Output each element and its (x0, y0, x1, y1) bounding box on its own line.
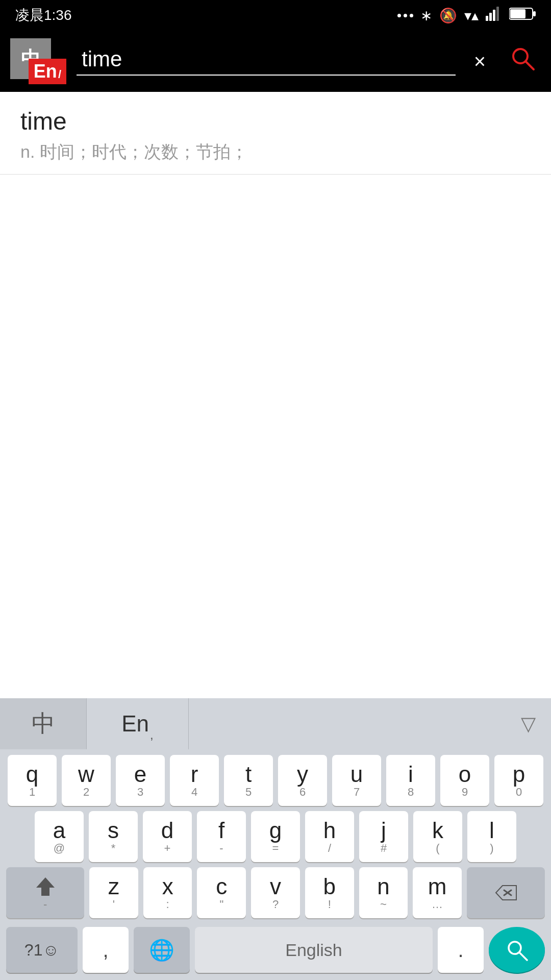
result-area: time n. 时间；时代；次数；节拍； (0, 92, 551, 175)
key-z[interactable]: z' (89, 867, 138, 918)
wifi-icon: ▾▴ (464, 7, 479, 24)
key-j[interactable]: j# (359, 811, 408, 862)
key-a[interactable]: a@ (35, 811, 84, 862)
svg-marker-9 (36, 877, 55, 896)
key-q[interactable]: q1 (8, 755, 57, 806)
keyboard-lang-row: 中 En , ▽ (0, 698, 551, 749)
key-u[interactable]: u7 (332, 755, 381, 806)
signal-icon (486, 7, 502, 24)
svg-rect-3 (496, 7, 499, 21)
key-p[interactable]: p0 (494, 755, 543, 806)
key-s[interactable]: s* (89, 811, 138, 862)
svg-rect-0 (486, 16, 488, 21)
key-v[interactable]: v? (251, 867, 300, 918)
status-icons: ∗ 🔕 ▾▴ (397, 7, 536, 24)
shift-button[interactable]: - (6, 867, 84, 918)
search-button[interactable] (504, 45, 541, 78)
key-x[interactable]: x: (143, 867, 192, 918)
result-definition: n. 时间；时代；次数；节拍； (20, 140, 531, 164)
key-i[interactable]: i8 (386, 755, 435, 806)
lang-zh-button[interactable]: 中 (0, 698, 87, 749)
key-t[interactable]: t5 (224, 755, 273, 806)
header: 中 En / × (0, 31, 551, 92)
comma-key[interactable]: , (83, 927, 129, 973)
lang-en-button[interactable]: En , (87, 698, 189, 749)
keyboard-row-2: a@ s* d+ f- g= h/ j# k( l) (0, 808, 551, 865)
key-g[interactable]: g= (251, 811, 300, 862)
logo-slash: / (58, 68, 61, 81)
key-b[interactable]: b! (305, 867, 354, 918)
keyboard-row-3: - z' x: c" v? b! n~ m… (0, 865, 551, 921)
key-m[interactable]: m… (413, 867, 462, 918)
svg-rect-10 (43, 894, 47, 896)
key-l[interactable]: l) (467, 811, 516, 862)
keyboard-hide-button[interactable]: ▽ (521, 713, 536, 735)
app-logo[interactable]: 中 En / (10, 38, 66, 84)
key-o[interactable]: o9 (440, 755, 489, 806)
num-emoji-button[interactable]: ?1☺ (6, 927, 78, 973)
key-w[interactable]: w2 (62, 755, 111, 806)
search-input[interactable] (77, 47, 456, 71)
key-y[interactable]: y6 (278, 755, 327, 806)
globe-button[interactable]: 🌐 (134, 927, 190, 973)
space-key[interactable]: English (195, 927, 433, 973)
clear-button[interactable]: × (466, 50, 494, 73)
key-h[interactable]: h/ (305, 811, 354, 862)
battery-icon (509, 7, 536, 24)
keyboard-row-1: q1 w2 e3 r4 t5 y6 u7 i8 o9 p0 (0, 752, 551, 808)
svg-rect-1 (489, 13, 492, 21)
svg-line-14 (519, 952, 527, 960)
mute-icon: 🔕 (439, 7, 457, 24)
key-d[interactable]: d+ (143, 811, 192, 862)
key-c[interactable]: c" (197, 867, 246, 918)
keyboard: 中 En , ▽ q1 w2 e3 r4 t5 y6 u7 i8 o9 p0 a… (0, 698, 551, 980)
keyboard-search-button[interactable] (489, 927, 545, 973)
status-time: 凌晨1:36 (15, 6, 72, 25)
key-n[interactable]: n~ (359, 867, 408, 918)
signal-dots-icon (397, 14, 413, 17)
svg-rect-2 (493, 10, 495, 21)
bluetooth-icon: ∗ (420, 7, 432, 24)
logo-en: En / (29, 59, 66, 84)
backspace-button[interactable] (467, 867, 545, 918)
period-key[interactable]: . (438, 927, 484, 973)
key-f[interactable]: f- (197, 811, 246, 862)
status-bar: 凌晨1:36 ∗ 🔕 ▾▴ (0, 0, 551, 31)
lang-en-sub: , (150, 728, 154, 742)
svg-rect-6 (533, 11, 536, 16)
keyboard-spacer: ▽ (189, 698, 551, 749)
search-bar (77, 47, 456, 76)
result-word: time (20, 107, 531, 135)
svg-rect-5 (510, 9, 525, 18)
keyboard-func-row: ?1☺ , 🌐 English . (0, 924, 551, 980)
key-r[interactable]: r4 (170, 755, 219, 806)
key-k[interactable]: k( (413, 811, 462, 862)
key-e[interactable]: e3 (116, 755, 165, 806)
content-area (0, 175, 551, 481)
svg-line-8 (525, 61, 534, 69)
keyboard-rows: q1 w2 e3 r4 t5 y6 u7 i8 o9 p0 a@ s* d+ f… (0, 749, 551, 924)
